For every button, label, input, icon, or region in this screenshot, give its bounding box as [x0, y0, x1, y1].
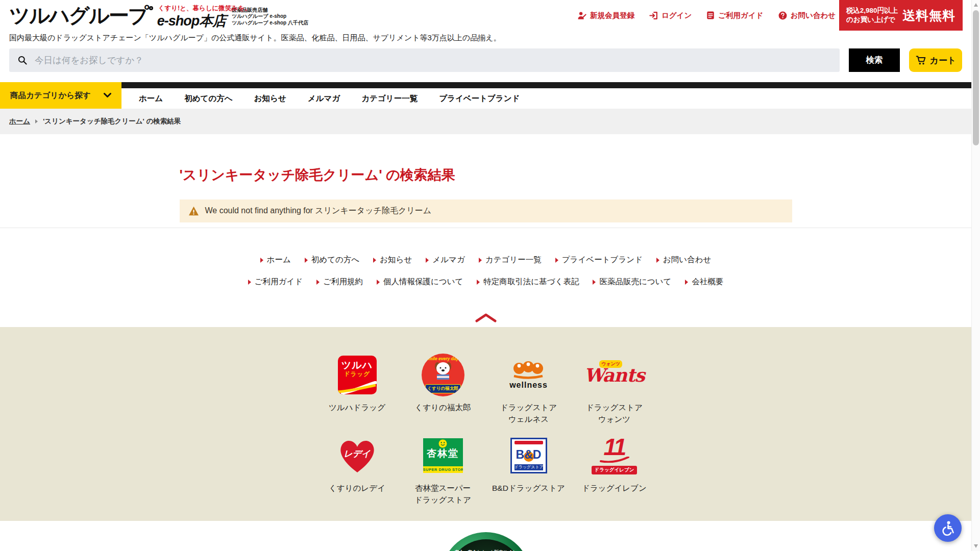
- breadcrumb-separator-icon: [35, 119, 38, 123]
- bd-top-banner: [514, 441, 543, 444]
- no-results-text: We could not find anything for スリンキータッチ除…: [205, 206, 432, 216]
- store-bd-drugstore[interactable]: B&D ドラッグストア B&Dドラッグストア: [486, 433, 572, 506]
- store-wants[interactable]: Wants ウォンツ ドラッグストア ウォンツ: [572, 353, 657, 425]
- store-row-2: レデイ くすりのレデイ: [0, 433, 971, 506]
- login-icon: [649, 11, 658, 20]
- drug-eleven-logo: 11 ドラッグイレブン: [592, 437, 638, 474]
- ready-heart-logo: レデイ: [336, 436, 379, 475]
- category-menu-button[interactable]: 商品カテゴリから探す: [0, 82, 121, 109]
- header: ツルハグループ くすり!と、暮らしに微笑みを。 e-shop本店 医薬品販売店舗…: [0, 0, 971, 31]
- accessibility-button[interactable]: [934, 514, 962, 542]
- store-drug-eleven[interactable]: 11 ドラッグイレブン ドラッグイレブン: [572, 433, 657, 506]
- footer-link-commerce-law[interactable]: 特定商取引法に基づく表記: [477, 277, 579, 287]
- question-icon: [778, 11, 788, 20]
- nav-item-newsletter[interactable]: メルマガ: [308, 93, 340, 104]
- smiley-icon: [438, 439, 447, 448]
- wheelchair-icon: [940, 520, 955, 536]
- fukutaro-dog-icon: [432, 361, 454, 380]
- footer-link-news[interactable]: お知らせ: [373, 255, 412, 265]
- chevron-right-icon: [656, 258, 659, 263]
- footer-link-home[interactable]: ホーム: [260, 255, 291, 265]
- footer-link-private-brand[interactable]: プライベートブランド: [555, 255, 643, 265]
- nav-item-news[interactable]: お知らせ: [254, 93, 286, 104]
- shipping-condition: 税込2,980円以上 のお買い上げで: [846, 6, 898, 24]
- tsuruha-drug-logo: ツルハ ドラッグ: [338, 356, 377, 394]
- footer-link-drug-sales[interactable]: 医薬品販売について: [593, 277, 671, 287]
- chevron-right-icon: [377, 280, 380, 285]
- chevron-right-icon: [260, 258, 263, 263]
- footer-link-contact[interactable]: お問い合わせ: [656, 255, 711, 265]
- scrollbar-down-arrow[interactable]: [974, 544, 978, 548]
- nav-item-private-brand[interactable]: プライベートブランド: [439, 93, 520, 104]
- logo-wordmark: ツルハグループ: [9, 1, 148, 30]
- wellness-logo: wellness: [509, 360, 548, 390]
- category-menu-label: 商品カテゴリから探す: [10, 90, 91, 101]
- tsuruha-swoosh-decoration: [338, 381, 377, 394]
- free-shipping-banner: 税込2,980円以上 のお買い上げで 送料無料: [839, 0, 963, 31]
- chevron-right-icon: [305, 258, 308, 263]
- search-button[interactable]: 検索: [849, 48, 900, 72]
- logo-shop-name: e-shop本店: [157, 13, 226, 29]
- nav-item-first-time[interactable]: 初めての方へ: [184, 93, 232, 104]
- nav-item-home[interactable]: ホーム: [139, 93, 163, 104]
- guide-link[interactable]: ご利用ガイド: [706, 11, 763, 20]
- fukutaro-logo: Smile every day! くすりの福太郎: [422, 354, 464, 396]
- main-nav: 商品カテゴリから探す ホーム 初めての方へ お知らせ メルマガ カテゴリー一覧 …: [0, 82, 971, 109]
- store-line-3: ツルハグループ e-shop 八千代店: [232, 20, 308, 27]
- certified-shop-badge[interactable]: 安心・安全なネット販売サイト 適合店: [441, 532, 531, 551]
- store-tsuruha-drug[interactable]: ツルハ ドラッグ ツルハドラッグ: [314, 353, 400, 425]
- chevron-down-icon: [104, 93, 111, 98]
- contact-label: お問い合わせ: [791, 11, 836, 20]
- collapse-up-icon[interactable]: [474, 313, 498, 323]
- login-label: ログイン: [662, 11, 692, 20]
- chevron-right-icon: [685, 280, 688, 285]
- store-kusuri-no-fukutaro[interactable]: Smile every day! くすりの福太郎: [400, 353, 486, 425]
- shipping-condition-line2: のお買い上げで: [846, 15, 898, 24]
- store-line-2: ツルハグループ e-shop: [232, 13, 308, 20]
- chevron-right-icon: [477, 280, 480, 285]
- store-kyorindo[interactable]: 杏林堂 SUPER DRUG STORE 杏林堂スーパー ドラッグストア: [400, 433, 486, 506]
- footer-link-privacy[interactable]: 個人情報保護について: [377, 277, 463, 287]
- logo-dot-decoration: [149, 6, 153, 10]
- chevron-right-icon: [248, 280, 251, 285]
- chevron-right-icon: [479, 258, 482, 263]
- breadcrumb: ホーム 'スリンキータッチ除毛クリーム' の検索結果: [0, 109, 971, 134]
- scrollbar-up-arrow[interactable]: [974, 3, 978, 7]
- guide-icon: [706, 11, 715, 20]
- register-link[interactable]: 新規会員登録: [577, 11, 634, 20]
- store-kusuri-no-ready[interactable]: レデイ くすりのレデイ: [314, 433, 400, 506]
- footer-link-terms[interactable]: ご利用規約: [316, 277, 363, 287]
- page-title: 'スリンキータッチ除毛クリーム' の検索結果: [180, 166, 792, 184]
- scrollbar-thumb[interactable]: [973, 10, 979, 145]
- bd-logo: B&D ドラッグストア: [510, 438, 547, 473]
- cart-icon: [915, 55, 926, 65]
- chevron-right-icon: [426, 258, 429, 263]
- search-row: 検索 カート: [9, 48, 962, 72]
- footer-link-newsletter[interactable]: メルマガ: [426, 255, 464, 265]
- store-wellness[interactable]: wellness ドラッグストア ウェルネス: [486, 353, 572, 425]
- breadcrumb-home-link[interactable]: ホーム: [9, 117, 30, 126]
- footer-link-first-time[interactable]: 初めての方へ: [305, 255, 359, 265]
- shipping-condition-line1: 税込2,980円以上: [846, 6, 898, 15]
- login-link[interactable]: ログイン: [649, 11, 692, 20]
- scrollbar: [971, 0, 980, 551]
- site-logo[interactable]: ツルハグループ くすり!と、暮らしに微笑みを。 e-shop本店 医薬品販売店舗…: [9, 1, 308, 30]
- footer-link-guide[interactable]: ご利用ガイド: [248, 277, 303, 287]
- results-area: 'スリンキータッチ除毛クリーム' の検索結果 We could not find…: [0, 134, 971, 228]
- footer-link-category-list[interactable]: カテゴリー一覧: [479, 255, 542, 265]
- register-label: 新規会員登録: [590, 11, 634, 20]
- search-box: [9, 48, 840, 72]
- footer-links: ホーム 初めての方へ お知らせ メルマガ カテゴリー一覧 プライベートブランド …: [0, 228, 971, 287]
- no-results-message: We could not find anything for スリンキータッチ除…: [180, 199, 792, 222]
- group-stores-section: ツルハ ドラッグ ツルハドラッグ Smile eve: [0, 327, 971, 521]
- cart-button[interactable]: カート: [909, 48, 962, 72]
- nav-item-category-list[interactable]: カテゴリー一覧: [361, 93, 418, 104]
- chevron-right-icon: [555, 258, 558, 263]
- store-row-1: ツルハ ドラッグ ツルハドラッグ Smile eve: [0, 353, 971, 425]
- contact-link[interactable]: お問い合わせ: [778, 11, 836, 20]
- search-input[interactable]: [35, 55, 831, 66]
- footer-link-company[interactable]: 会社概要: [685, 277, 723, 287]
- eleven-swoosh-decoration: [600, 457, 629, 463]
- chevron-right-icon: [373, 258, 376, 263]
- warning-icon: [188, 206, 199, 216]
